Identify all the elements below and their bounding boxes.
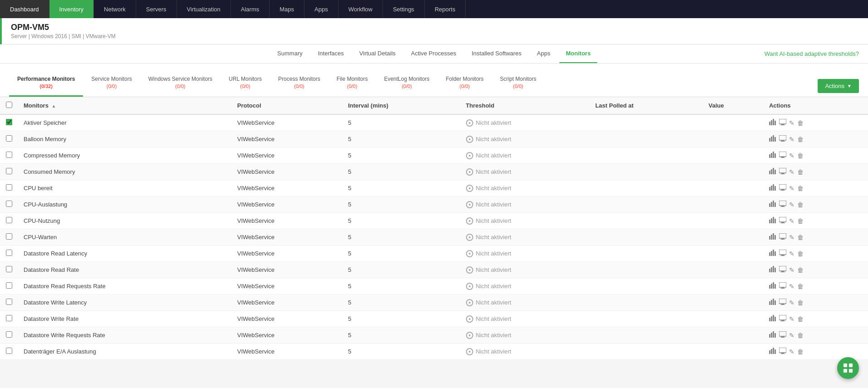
delete-icon[interactable]: 🗑: [797, 136, 804, 143]
delete-icon[interactable]: 🗑: [797, 234, 804, 241]
edit-icon[interactable]: ✎: [789, 217, 794, 225]
edit-icon[interactable]: ✎: [789, 201, 794, 208]
monitor-icon[interactable]: [779, 233, 786, 241]
edit-icon[interactable]: ✎: [789, 299, 794, 306]
delete-icon[interactable]: 🗑: [797, 283, 804, 290]
monitor-icon[interactable]: [779, 135, 786, 143]
tab-windows-service-monitors[interactable]: Windows Service Monitors (0/0): [140, 71, 221, 97]
edit-icon[interactable]: ✎: [789, 136, 794, 143]
tab-interfaces[interactable]: Interfaces: [312, 44, 350, 63]
tab-script-monitors[interactable]: Script Monitors (0/0): [492, 71, 544, 97]
tab-virtual-details[interactable]: Virtual Details: [353, 44, 402, 63]
nav-workflow[interactable]: Workflow: [338, 0, 383, 18]
tab-apps[interactable]: Apps: [530, 44, 557, 63]
monitor-icon[interactable]: [779, 282, 786, 290]
edit-icon[interactable]: ✎: [789, 185, 794, 192]
nav-servers[interactable]: Servers: [136, 0, 177, 18]
delete-icon[interactable]: 🗑: [797, 266, 804, 274]
actions-button[interactable]: Actions ▼: [818, 79, 859, 93]
chart-icon[interactable]: [769, 331, 776, 339]
edit-icon[interactable]: ✎: [789, 234, 794, 241]
ai-link[interactable]: Want AI-based adaptive thresholds?: [765, 50, 859, 57]
nav-apps[interactable]: Apps: [304, 0, 338, 18]
row-checkbox[interactable]: [6, 135, 12, 142]
tab-summary[interactable]: Summary: [271, 44, 309, 63]
monitor-icon[interactable]: [779, 315, 786, 323]
row-checkbox[interactable]: [6, 168, 12, 174]
row-checkbox[interactable]: [6, 266, 12, 272]
monitor-icon[interactable]: [779, 348, 786, 355]
tab-installed-softwares[interactable]: Installed Softwares: [466, 44, 528, 63]
tab-process-monitors[interactable]: Process Monitors (0/0): [270, 71, 329, 97]
tab-active-processes[interactable]: Active Processes: [405, 44, 463, 63]
chart-icon[interactable]: [769, 250, 776, 257]
row-checkbox[interactable]: [6, 250, 12, 256]
delete-icon[interactable]: 🗑: [797, 315, 804, 323]
row-checkbox[interactable]: [6, 315, 12, 321]
edit-icon[interactable]: ✎: [789, 332, 794, 339]
chart-icon[interactable]: [769, 201, 776, 208]
row-checkbox[interactable]: [6, 331, 12, 338]
row-checkbox[interactable]: [6, 233, 12, 240]
row-checkbox[interactable]: [6, 119, 12, 125]
edit-icon[interactable]: ✎: [789, 119, 794, 127]
chart-icon[interactable]: [769, 315, 776, 323]
row-checkbox[interactable]: [6, 299, 12, 305]
chart-icon[interactable]: [769, 135, 776, 143]
monitor-icon[interactable]: [779, 331, 786, 339]
nav-alarms[interactable]: Alarms: [231, 0, 270, 18]
delete-icon[interactable]: 🗑: [797, 348, 804, 355]
delete-icon[interactable]: 🗑: [797, 185, 804, 192]
row-checkbox[interactable]: [6, 282, 12, 289]
tab-file-monitors[interactable]: File Monitors (0/0): [329, 71, 376, 97]
delete-icon[interactable]: 🗑: [797, 299, 804, 306]
monitor-icon[interactable]: [779, 250, 786, 257]
tab-performance-monitors[interactable]: Performance Monitors (0/32): [9, 71, 83, 97]
nav-virtualization[interactable]: Virtualization: [177, 0, 231, 18]
edit-icon[interactable]: ✎: [789, 250, 794, 257]
row-checkbox[interactable]: [6, 217, 12, 223]
tab-eventlog-monitors[interactable]: EventLog Monitors (0/0): [376, 71, 437, 97]
monitor-icon[interactable]: [779, 299, 786, 306]
row-checkbox[interactable]: [6, 201, 12, 207]
nav-dashboard[interactable]: Dashboard: [0, 0, 49, 18]
monitor-icon[interactable]: [779, 201, 786, 208]
select-all-checkbox[interactable]: [6, 102, 12, 108]
chart-icon[interactable]: [769, 266, 776, 274]
row-checkbox[interactable]: [6, 184, 12, 191]
chart-icon[interactable]: [769, 168, 776, 176]
tab-folder-monitors[interactable]: Folder Monitors (0/0): [437, 71, 491, 97]
chart-icon[interactable]: [769, 233, 776, 241]
edit-icon[interactable]: ✎: [789, 266, 794, 274]
edit-icon[interactable]: ✎: [789, 152, 794, 159]
delete-icon[interactable]: 🗑: [797, 201, 804, 208]
row-checkbox[interactable]: [6, 152, 12, 158]
delete-icon[interactable]: 🗑: [797, 168, 804, 176]
chart-icon[interactable]: [769, 299, 776, 306]
monitor-icon[interactable]: [779, 184, 786, 192]
nav-network[interactable]: Network: [94, 0, 136, 18]
tab-url-monitors[interactable]: URL Monitors (0/0): [221, 71, 270, 97]
edit-icon[interactable]: ✎: [789, 168, 794, 176]
chart-icon[interactable]: [769, 282, 776, 290]
monitor-icon[interactable]: [779, 152, 786, 159]
nav-settings[interactable]: Settings: [383, 0, 425, 18]
chart-icon[interactable]: [769, 348, 776, 355]
nav-maps[interactable]: Maps: [270, 0, 304, 18]
monitor-icon[interactable]: [779, 266, 786, 274]
tab-monitors[interactable]: Monitors: [559, 44, 597, 63]
edit-icon[interactable]: ✎: [789, 315, 794, 323]
delete-icon[interactable]: 🗑: [797, 152, 804, 159]
edit-icon[interactable]: ✎: [789, 348, 794, 355]
edit-icon[interactable]: ✎: [789, 283, 794, 290]
delete-icon[interactable]: 🗑: [797, 332, 804, 339]
nav-reports[interactable]: Reports: [425, 0, 466, 18]
tab-service-monitors[interactable]: Service Monitors (0/0): [83, 71, 140, 97]
delete-icon[interactable]: 🗑: [797, 119, 804, 127]
nav-inventory[interactable]: Inventory: [49, 0, 94, 18]
monitor-icon[interactable]: [779, 168, 786, 176]
monitor-icon[interactable]: [779, 217, 786, 225]
chart-icon[interactable]: [769, 152, 776, 159]
chart-icon[interactable]: [769, 184, 776, 192]
chart-icon[interactable]: [769, 119, 776, 127]
